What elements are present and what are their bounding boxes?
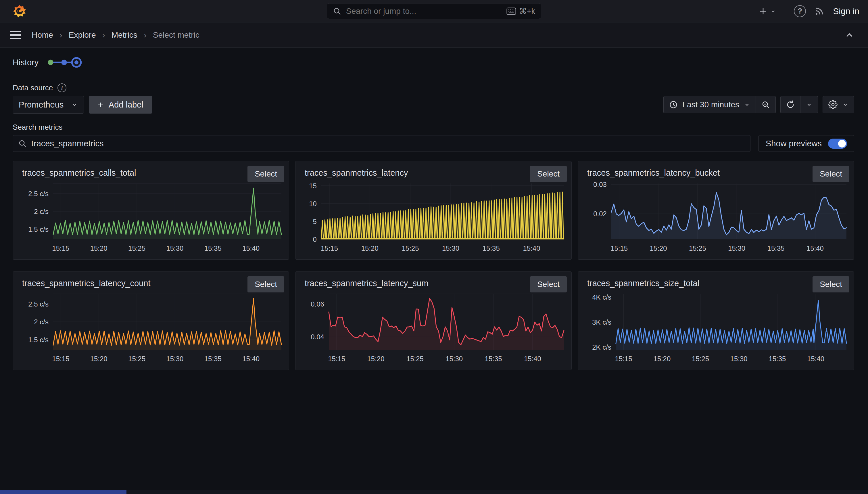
svg-text:0.02: 0.02 — [593, 210, 607, 218]
select-metric-button[interactable]: Select — [812, 166, 849, 182]
svg-text:0.06: 0.06 — [311, 300, 324, 308]
svg-text:15:20: 15:20 — [90, 244, 107, 252]
svg-text:15:15: 15:15 — [321, 244, 338, 252]
svg-text:15:20: 15:20 — [653, 355, 671, 363]
svg-text:15:30: 15:30 — [166, 244, 183, 252]
global-search-box[interactable]: ⌘+k — [327, 3, 541, 19]
select-metric-button[interactable]: Select — [530, 166, 567, 182]
new-menu-button[interactable] — [758, 6, 776, 16]
metric-card: traces_spanmetrics_latency_count Select … — [13, 271, 289, 370]
metric-card-title: traces_spanmetrics_latency_sum — [301, 279, 566, 288]
svg-text:15:30: 15:30 — [166, 355, 183, 363]
keyboard-shortcut-hint: ⌘+k — [507, 6, 535, 16]
svg-text:3K c/s: 3K c/s — [592, 318, 611, 326]
breadcrumb-separator: › — [102, 30, 105, 40]
global-search-input[interactable] — [346, 6, 502, 16]
svg-text:2.5 c/s: 2.5 c/s — [28, 300, 48, 308]
svg-text:15:20: 15:20 — [367, 355, 384, 363]
show-previews-control: Show previews — [758, 135, 854, 152]
svg-text:2 c/s: 2 c/s — [34, 208, 48, 215]
metric-card: traces_spanmetrics_latency_sum Select 0.… — [295, 271, 572, 370]
clock-icon — [669, 100, 678, 109]
breadcrumb-bar: Home › Explore › Metrics › Select metric — [0, 22, 868, 48]
chevron-down-icon — [806, 101, 812, 108]
svg-text:15:30: 15:30 — [446, 355, 463, 363]
svg-text:0: 0 — [313, 235, 317, 243]
add-label-button[interactable]: + Add label — [89, 96, 152, 114]
metric-card: traces_spanmetrics_size_total Select 2K … — [578, 271, 854, 370]
svg-text:5: 5 — [313, 218, 317, 225]
svg-text:15:30: 15:30 — [442, 244, 459, 252]
svg-text:2K c/s: 2K c/s — [592, 343, 611, 351]
metrics-search-input[interactable] — [31, 139, 745, 148]
breadcrumb-separator: › — [144, 30, 146, 40]
breadcrumb-home[interactable]: Home — [32, 31, 53, 40]
svg-text:15:35: 15:35 — [482, 244, 500, 252]
metric-card-title: traces_spanmetrics_size_total — [584, 279, 848, 288]
grafana-logo-icon[interactable] — [13, 4, 26, 18]
svg-text:1.5 c/s: 1.5 c/s — [28, 336, 48, 344]
chevron-down-icon — [770, 8, 776, 14]
refresh-button[interactable] — [780, 96, 801, 113]
metric-card: traces_spanmetrics_latency_bucket Select… — [578, 161, 854, 260]
select-metric-button[interactable]: Select — [530, 276, 567, 292]
help-icon[interactable]: ? — [794, 5, 806, 17]
menu-toggle-icon[interactable] — [10, 29, 21, 41]
svg-text:10: 10 — [309, 200, 317, 208]
sign-in-button[interactable]: Sign in — [833, 6, 860, 16]
metrics-search-box[interactable] — [13, 135, 750, 152]
datasource-label: Data source — [13, 83, 53, 92]
select-metric-button[interactable]: Select — [812, 276, 849, 292]
svg-text:1.5 c/s: 1.5 c/s — [28, 225, 48, 233]
select-metric-button[interactable]: Select — [248, 276, 284, 292]
svg-text:15:35: 15:35 — [204, 355, 222, 363]
breadcrumb-metrics[interactable]: Metrics — [112, 31, 137, 40]
chevron-up-icon — [844, 30, 854, 40]
zoom-out-icon — [762, 100, 770, 109]
metric-preview-chart: 0.040.0615:1515:2015:2515:3015:3515:40 — [301, 291, 566, 363]
refresh-interval-dropdown[interactable] — [800, 96, 818, 113]
zoom-out-button[interactable] — [756, 96, 776, 113]
chevron-down-icon — [842, 101, 848, 108]
svg-text:15:15: 15:15 — [615, 355, 632, 363]
svg-text:15:15: 15:15 — [328, 355, 345, 363]
svg-text:4K c/s: 4K c/s — [592, 293, 611, 301]
search-metrics-label: Search metrics — [13, 123, 62, 131]
show-previews-toggle[interactable] — [828, 138, 847, 149]
keyboard-icon — [507, 7, 516, 15]
svg-text:15:25: 15:25 — [692, 355, 709, 363]
svg-text:15:25: 15:25 — [401, 244, 419, 252]
metric-preview-chart: 2K c/s3K c/s4K c/s15:1515:2015:2515:3015… — [584, 291, 848, 363]
settings-button[interactable] — [823, 96, 854, 113]
select-metric-button[interactable]: Select — [248, 166, 284, 182]
metric-card-title: traces_spanmetrics_calls_total — [19, 168, 283, 178]
breadcrumb-explore[interactable]: Explore — [69, 31, 96, 40]
news-rss-icon[interactable] — [814, 6, 824, 16]
metric-preview-chart: 0.020.0315:1515:2015:2515:3015:3515:40 — [584, 181, 848, 253]
svg-text:15:20: 15:20 — [90, 355, 107, 363]
history-step-dot — [48, 60, 54, 65]
svg-text:15:25: 15:25 — [689, 244, 706, 252]
breadcrumb-select-metric: Select metric — [153, 31, 199, 40]
explore-metrics-page: History Data source i Prometheus + Add l… — [0, 56, 868, 370]
history-steps-widget[interactable] — [46, 56, 82, 69]
svg-text:15:15: 15:15 — [610, 244, 628, 252]
chevron-down-icon — [744, 101, 750, 108]
svg-text:15:40: 15:40 — [807, 244, 824, 252]
metric-card-title: traces_spanmetrics_latency_bucket — [584, 168, 848, 178]
breadcrumb-separator: › — [59, 30, 62, 40]
svg-text:15:40: 15:40 — [242, 355, 259, 363]
info-icon[interactable]: i — [58, 83, 66, 92]
time-range-picker[interactable]: Last 30 minutes — [663, 96, 756, 113]
plus-icon: + — [98, 99, 103, 110]
collapse-panel-button[interactable] — [844, 30, 854, 40]
breadcrumb: Home › Explore › Metrics › Select metric — [32, 30, 199, 40]
search-icon — [333, 7, 341, 16]
svg-text:2 c/s: 2 c/s — [34, 318, 48, 326]
metric-preview-chart: 1.5 c/s2 c/s2.5 c/s15:1515:2015:2515:301… — [19, 291, 283, 363]
svg-text:15:30: 15:30 — [730, 355, 748, 363]
top-nav-bar: ⌘+k ? Sign in — [0, 0, 868, 22]
datasource-picker[interactable]: Prometheus — [13, 96, 84, 114]
metric-cards-grid: traces_spanmetrics_calls_total Select 1.… — [13, 161, 854, 370]
svg-text:15:25: 15:25 — [407, 355, 423, 363]
